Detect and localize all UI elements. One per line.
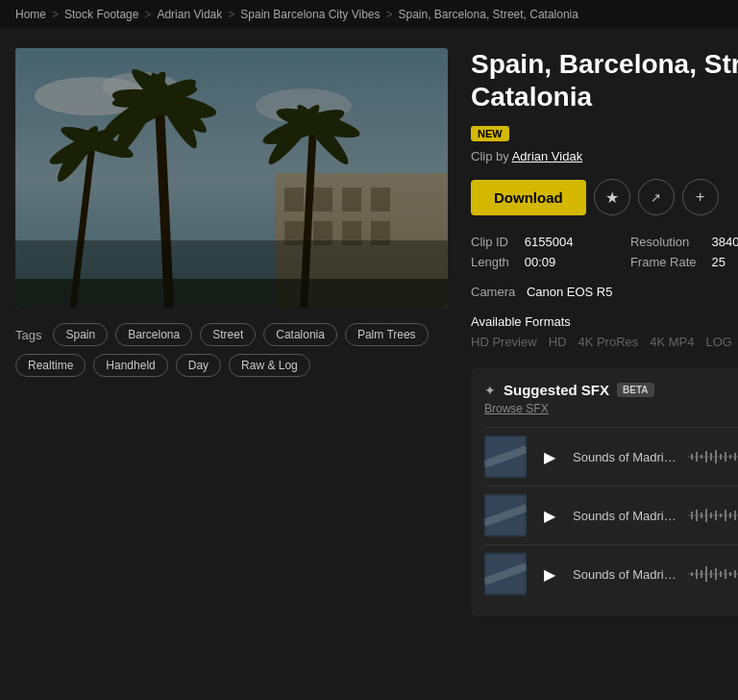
tag-barcelona[interactable]: Barcelona [115, 323, 192, 346]
svg-rect-72 [729, 572, 731, 576]
sfx-name-3: Sounds of Madri… [573, 567, 676, 582]
play-icon-1: ▶ [544, 448, 555, 466]
svg-rect-38 [701, 455, 702, 459]
main-content: Tags Spain Barcelona Street Catalonia Pa… [0, 29, 738, 636]
svg-rect-67 [705, 566, 707, 582]
camera-value: Canon EOS R5 [527, 285, 613, 299]
breadcrumb-stock-footage[interactable]: Stock Footage [64, 8, 138, 21]
sfx-section: ✦ Suggested SFX BETA Browse SFX ▶ Sounds [471, 368, 738, 616]
breadcrumb-author[interactable]: Adrian Vidak [157, 8, 222, 21]
svg-rect-52 [701, 512, 702, 518]
sfx-title: Suggested SFX [504, 382, 609, 398]
svg-rect-45 [734, 453, 736, 461]
breadcrumb: Home > Stock Footage > Adrian Vidak > Sp… [0, 0, 738, 29]
sfx-thumb-3 [484, 553, 527, 595]
formats-title: Available Formats [471, 314, 738, 329]
sfx-play-button-2[interactable]: ▶ [536, 502, 563, 529]
sfx-name-2: Sounds of Madri… [573, 509, 676, 523]
tag-day[interactable]: Day [176, 354, 221, 377]
plus-icon: + [696, 188, 704, 206]
svg-rect-39 [705, 451, 707, 462]
svg-rect-44 [729, 455, 731, 459]
tags-label: Tags [15, 328, 41, 342]
sfx-thumb-1 [484, 436, 527, 478]
svg-rect-43 [725, 452, 726, 462]
sfx-item-1: ▶ Sounds of Madri… ⬇ [484, 427, 738, 486]
breadcrumb-current: Spain, Barcelona, Street, Catalonia [399, 8, 578, 21]
share-icon: ↗ [651, 190, 661, 205]
sfx-waveform-2 [686, 506, 738, 525]
breadcrumb-collection[interactable]: Spain Barcelona City Vibes [240, 8, 380, 21]
beta-badge: BETA [617, 383, 653, 397]
sfx-waveform-1 [686, 447, 738, 466]
format-log[interactable]: LOG [706, 335, 732, 349]
svg-rect-70 [720, 571, 722, 577]
author-link[interactable]: Adrian Vidak [512, 149, 582, 163]
left-column: Tags Spain Barcelona Street Catalonia Pa… [15, 48, 448, 616]
svg-rect-51 [696, 510, 698, 521]
format-4k-mp4[interactable]: 4K MP4 [650, 335, 694, 349]
svg-rect-58 [729, 512, 731, 518]
tag-catalonia[interactable]: Catalonia [263, 323, 337, 346]
svg-rect-71 [725, 569, 726, 579]
favorite-button[interactable]: ★ [594, 179, 630, 215]
sfx-play-button-3[interactable]: ▶ [536, 561, 563, 588]
svg-rect-55 [715, 511, 717, 520]
breadcrumb-sep-3: > [228, 8, 234, 21]
new-badge: NEW [471, 126, 509, 141]
tag-spain[interactable]: Spain [53, 323, 108, 346]
tag-realtime[interactable]: Realtime [15, 354, 86, 377]
formats-list: HD Preview HD 4K ProRes 4K MP4 LOG [471, 335, 738, 349]
sfx-item-3: ▶ Sounds of Madri… ⬇ [484, 544, 738, 603]
right-column: Spain, Barcelona, Street, Catalonia NEW … [471, 48, 738, 616]
length-value: 00:09 [525, 255, 615, 269]
resolution-label: Resolution [630, 235, 697, 249]
frame-rate-value: 25 [712, 255, 738, 269]
breadcrumb-sep-1: > [52, 8, 59, 21]
breadcrumb-sep-4: > [385, 8, 392, 21]
clip-by: Clip by Adrian Vidak [471, 149, 738, 163]
svg-rect-54 [710, 512, 712, 518]
tags-section: Tags Spain Barcelona Street Catalonia Pa… [15, 323, 448, 377]
action-row: Download ★ ↗ + [471, 179, 738, 215]
clip-title: Spain, Barcelona, Street, Catalonia [471, 48, 738, 112]
tag-handheld[interactable]: Handheld [93, 354, 167, 377]
share-button[interactable]: ↗ [638, 179, 675, 215]
download-button[interactable]: Download [471, 180, 586, 215]
tag-raw-log[interactable]: Raw & Log [229, 354, 310, 377]
clip-id-value: 6155004 [525, 235, 615, 249]
video-thumbnail[interactable] [15, 48, 448, 308]
sfx-play-button-1[interactable]: ▶ [536, 443, 563, 470]
svg-rect-66 [701, 570, 702, 578]
browse-sfx-link[interactable]: Browse SFX [484, 402, 738, 415]
svg-rect-73 [734, 570, 736, 578]
svg-rect-64 [691, 572, 693, 576]
add-button[interactable]: + [682, 179, 719, 215]
breadcrumb-home[interactable]: Home [15, 8, 46, 21]
svg-rect-68 [710, 570, 712, 578]
svg-rect-36 [691, 454, 693, 460]
frame-rate-label: Frame Rate [630, 255, 697, 269]
svg-rect-31 [15, 240, 448, 308]
sfx-thumb-2 [484, 494, 527, 537]
format-4k-prores[interactable]: 4K ProRes [578, 335, 638, 349]
svg-rect-69 [715, 568, 717, 580]
tag-palm-trees[interactable]: Palm Trees [345, 323, 429, 346]
svg-rect-40 [710, 453, 712, 461]
camera-label: Camera [471, 285, 515, 299]
length-label: Length [471, 255, 509, 269]
sfx-item-2: ▶ Sounds of Madri… ⬇ [484, 486, 738, 544]
format-hd[interactable]: HD [549, 335, 567, 349]
svg-rect-41 [715, 450, 717, 463]
meta-grid: Clip ID 6155004 Resolution 3840 x 2160 L… [471, 235, 738, 269]
star-icon: ★ [605, 188, 619, 207]
thumbnail-image [15, 48, 448, 308]
formats-section: Available Formats HD Preview HD 4K ProRe… [471, 314, 738, 349]
format-hd-preview[interactable]: HD Preview [471, 335, 537, 349]
resolution-value: 3840 x 2160 [712, 235, 738, 249]
play-icon-3: ▶ [544, 565, 555, 584]
tag-street[interactable]: Street [200, 323, 256, 346]
sfx-header: ✦ Suggested SFX BETA [484, 382, 738, 398]
svg-rect-56 [720, 513, 722, 517]
svg-rect-37 [696, 452, 698, 462]
